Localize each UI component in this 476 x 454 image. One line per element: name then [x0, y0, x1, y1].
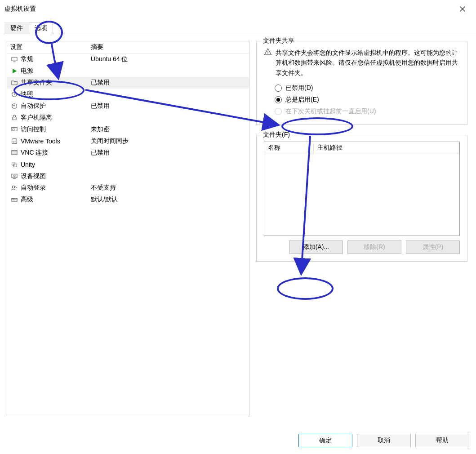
list-item[interactable]: 高级默认/默认 — [7, 194, 249, 205]
fieldset-title-folders: 文件夹(F) — [261, 131, 292, 139]
list-item-summary: 已禁用 — [91, 149, 246, 157]
vnc-icon — [10, 148, 19, 157]
column-host-path[interactable]: 主机路径 — [314, 142, 459, 154]
tab-hardware[interactable]: 硬件 — [4, 22, 29, 34]
play-icon — [10, 67, 19, 76]
list-item-label: 快照 — [21, 90, 91, 98]
svg-rect-4 — [13, 117, 16, 120]
monitor-icon — [10, 55, 19, 64]
list-item[interactable]: vmVMware Tools关闭时间同步 — [7, 135, 249, 147]
ok-button[interactable]: 确定 — [298, 434, 352, 447]
folders-table[interactable]: 名称 主机路径 — [264, 142, 460, 236]
list-item-summary: 关闭时间同步 — [91, 137, 246, 145]
list-item-label: 共享文件夹 — [21, 79, 91, 87]
list-item-summary: 已禁用 — [91, 102, 246, 110]
list-item-label: 访问控制 — [21, 125, 91, 134]
list-item-summary: 默认/默认 — [91, 196, 246, 204]
list-item-label: 自动登录 — [21, 184, 91, 192]
list-item-label: Unity — [21, 161, 91, 168]
radio-disabled[interactable]: 已禁用(D) — [275, 82, 460, 94]
advanced-icon — [10, 195, 19, 204]
column-setting: 设置 — [10, 43, 91, 51]
warning-icon — [264, 48, 272, 78]
radio-label: 总是启用(E) — [285, 96, 319, 104]
radio-dot-icon — [275, 96, 282, 103]
radio-dot-icon — [275, 85, 282, 92]
list-item-label: 客户机隔离 — [21, 114, 91, 122]
svg-text:vm: vm — [13, 140, 16, 143]
list-item[interactable]: 常规Ubuntu 64 位 — [7, 53, 249, 65]
fieldset-folders: 文件夹(F) 名称 主机路径 添加(A)... 移除(R) 属性(P) — [256, 135, 467, 262]
list-item[interactable]: 快照 — [7, 89, 249, 100]
list-item[interactable]: 设备视图 — [7, 170, 249, 182]
fieldset-folder-sharing: 文件夹共享 共享文件夹会将您的文件显示给虚拟机中的程序。这可能为您的计算机和数据… — [256, 41, 467, 125]
svg-rect-13 — [14, 164, 17, 167]
settings-list: 设置 摘要 常规Ubuntu 64 位电源共享文件夹已禁用快照自动保护已禁用客户… — [7, 41, 249, 416]
svg-rect-14 — [12, 174, 17, 178]
list-item[interactable]: VNC 连接已禁用 — [7, 147, 249, 159]
unity-icon — [10, 160, 19, 169]
list-item-label: VNC 连接 — [21, 149, 91, 157]
svg-rect-9 — [12, 151, 17, 155]
svg-rect-12 — [12, 162, 15, 165]
radio-always-enabled[interactable]: 总是启用(E) — [275, 94, 460, 106]
window-title: 虚拟机设置 — [4, 5, 454, 13]
svg-rect-0 — [12, 57, 17, 61]
radio-label: 已禁用(D) — [285, 84, 313, 92]
fieldset-title-sharing: 文件夹共享 — [261, 37, 296, 45]
svg-point-16 — [13, 175, 15, 177]
list-item-label: 高级 — [21, 196, 91, 204]
list-item-label: 自动保护 — [21, 102, 91, 110]
warning-text: 共享文件夹会将您的文件显示给虚拟机中的程序。这可能为您的计算机和数据带来风险。请… — [276, 48, 460, 78]
list-item[interactable]: 访问控制未加密 — [7, 124, 249, 135]
list-item-summary: Ubuntu 64 位 — [91, 55, 246, 63]
svg-point-17 — [12, 186, 14, 188]
list-item-label: 设备视图 — [21, 172, 91, 180]
vmtools-icon: vm — [10, 137, 19, 146]
autologin-icon — [10, 183, 19, 192]
column-summary: 摘要 — [91, 43, 246, 51]
properties-button: 属性(P) — [406, 240, 460, 254]
list-item[interactable]: Unity — [7, 159, 249, 170]
list-item[interactable]: 客户机隔离 — [7, 112, 249, 124]
list-item[interactable]: 自动登录不受支持 — [7, 182, 249, 194]
cancel-button[interactable]: 取消 — [357, 434, 411, 447]
column-name[interactable]: 名称 — [264, 142, 314, 154]
clock-icon — [10, 90, 19, 99]
list-item-summary: 已禁用 — [91, 79, 246, 87]
tab-options[interactable]: 选项 — [29, 22, 53, 34]
autoprotect-icon — [10, 102, 19, 111]
list-item[interactable]: 共享文件夹已禁用 — [7, 77, 249, 89]
radio-until-shutdown: 在下次关机或挂起前一直启用(U) — [275, 106, 460, 117]
radio-label: 在下次关机或挂起前一直启用(U) — [285, 107, 376, 116]
radio-dot-icon — [275, 108, 282, 115]
access-icon — [10, 125, 19, 134]
device-view-icon — [10, 172, 19, 181]
remove-button: 移除(R) — [347, 240, 401, 254]
lock-icon — [10, 113, 19, 122]
add-button[interactable]: 添加(A)... — [289, 240, 343, 254]
list-item-label: 电源 — [21, 67, 91, 75]
svg-point-20 — [267, 53, 268, 54]
help-button[interactable]: 帮助 — [415, 434, 469, 447]
list-item[interactable]: 自动保护已禁用 — [7, 100, 249, 112]
list-item-summary: 未加密 — [91, 125, 246, 134]
list-item-label: 常规 — [21, 55, 91, 63]
close-icon — [460, 6, 465, 12]
list-item-summary: 不受支持 — [91, 184, 246, 192]
list-item[interactable]: 电源 — [7, 65, 249, 77]
svg-rect-6 — [13, 129, 14, 130]
folder-icon — [10, 78, 19, 87]
list-item-label: VMware Tools — [21, 138, 91, 145]
close-button[interactable] — [454, 0, 472, 18]
